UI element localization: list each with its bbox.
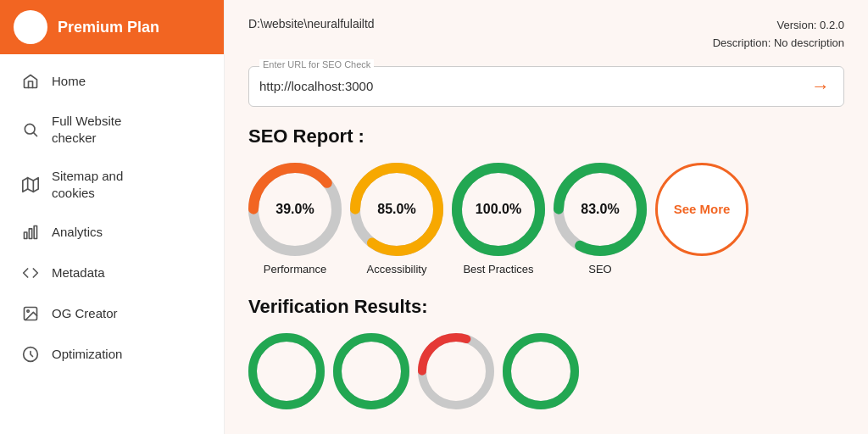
code-icon (21, 264, 40, 282)
version-block: Version: 0.2.0 Description: No descripti… (713, 17, 844, 53)
verification-gauges-row (248, 333, 844, 409)
gauge-performance: 39.0%Performance (248, 163, 342, 275)
sidebar-item-analytics-label: Analytics (52, 224, 103, 241)
svg-rect-6 (29, 229, 31, 239)
svg-point-21 (337, 337, 405, 405)
logo: NF (14, 10, 47, 44)
verif-gauge-v1 (248, 333, 325, 409)
version-text: Version: 0.2.0 (713, 17, 844, 35)
logo-text: NF (20, 19, 41, 36)
sidebar-item-home[interactable]: Home (0, 61, 224, 102)
donut-value-best-practices: 100.0% (476, 202, 521, 217)
svg-rect-7 (34, 226, 36, 239)
svg-point-19 (253, 337, 320, 405)
sidebar-item-optimization-label: Optimization (52, 346, 122, 363)
donut-value-seo: 83.0% (581, 202, 619, 217)
svg-point-25 (507, 337, 575, 405)
sidebar-nav: Home Full Websitechecker Sitemap andcook… (0, 54, 224, 434)
svg-line-1 (34, 132, 37, 136)
see-more-item: See More (655, 163, 748, 256)
sidebar-item-og-creator[interactable]: OG Creator (0, 293, 224, 334)
url-input-label: Enter URL for SEO Check (259, 59, 374, 70)
donut-best-practices: 100.0% (452, 163, 545, 256)
optimization-icon (21, 345, 40, 364)
verif-gauge-v3 (418, 333, 494, 409)
gauge-seo: 83.0%SEO (554, 163, 647, 275)
sidebar-item-metadata[interactable]: Metadata (0, 253, 224, 293)
svg-point-9 (27, 310, 29, 313)
see-more-button[interactable]: See More (655, 163, 748, 256)
donut-accessibility: 85.0% (350, 163, 443, 256)
description-text: Description: No description (713, 35, 844, 53)
sidebar-item-optimization[interactable]: Optimization (0, 334, 224, 375)
sidebar-item-analytics[interactable]: Analytics (0, 212, 224, 253)
svg-marker-2 (23, 177, 38, 192)
home-icon (21, 72, 40, 91)
plan-label: Premium Plan (58, 19, 159, 36)
seo-gauges-row: 39.0%Performance 85.0%Accessibility 100.… (248, 163, 844, 275)
donut-performance: 39.0% (248, 163, 342, 256)
sidebar-item-home-label: Home (52, 73, 86, 90)
gauge-label-best-practices: Best Practices (463, 263, 533, 275)
image-icon (21, 304, 40, 323)
map-icon (21, 175, 40, 194)
sidebar-item-full-website-checker-label: Full Websitechecker (52, 113, 121, 146)
verif-donut-v3 (418, 333, 494, 409)
arrow-right-icon: → (811, 75, 830, 97)
sidebar-item-metadata-label: Metadata (52, 264, 105, 281)
url-submit-button[interactable]: → (808, 75, 833, 97)
verif-donut-v2 (333, 333, 409, 409)
bar-chart-icon (21, 223, 40, 242)
sidebar: NF Premium Plan Home Full Websitechecker (0, 0, 225, 434)
seo-report-title: SEO Report : (248, 125, 844, 147)
url-input[interactable] (259, 79, 808, 93)
donut-seo: 83.0% (554, 163, 647, 256)
verification-title: Verification Results: (248, 296, 844, 318)
sidebar-item-full-website-checker[interactable]: Full Websitechecker (0, 102, 224, 157)
url-input-wrap: Enter URL for SEO Check → (248, 66, 844, 107)
svg-rect-5 (25, 232, 27, 239)
gauge-accessibility: 85.0%Accessibility (350, 163, 443, 275)
project-path: D:\website\neuralfulailtd (248, 17, 375, 31)
verif-donut-v4 (503, 333, 579, 409)
donut-value-performance: 39.0% (275, 202, 314, 217)
gauge-label-seo: SEO (588, 263, 611, 275)
verif-gauge-v2 (333, 333, 409, 409)
verif-donut-v1 (248, 333, 325, 409)
search-icon (21, 120, 40, 139)
main-content: D:\website\neuralfulailtd Version: 0.2.0… (225, 0, 868, 434)
svg-point-0 (25, 124, 35, 134)
gauge-best-practices: 100.0%Best Practices (452, 163, 545, 275)
gauge-label-performance: Performance (264, 263, 326, 275)
top-meta: D:\website\neuralfulailtd Version: 0.2.0… (248, 17, 844, 53)
donut-value-accessibility: 85.0% (377, 202, 415, 217)
sidebar-header: NF Premium Plan (0, 0, 224, 54)
verif-gauge-v4 (503, 333, 579, 409)
sidebar-item-og-creator-label: OG Creator (52, 305, 118, 322)
sidebar-item-sitemap-cookies-label: Sitemap andcookies (52, 168, 123, 201)
gauge-label-accessibility: Accessibility (367, 263, 427, 275)
sidebar-item-sitemap-cookies[interactable]: Sitemap andcookies (0, 157, 224, 212)
